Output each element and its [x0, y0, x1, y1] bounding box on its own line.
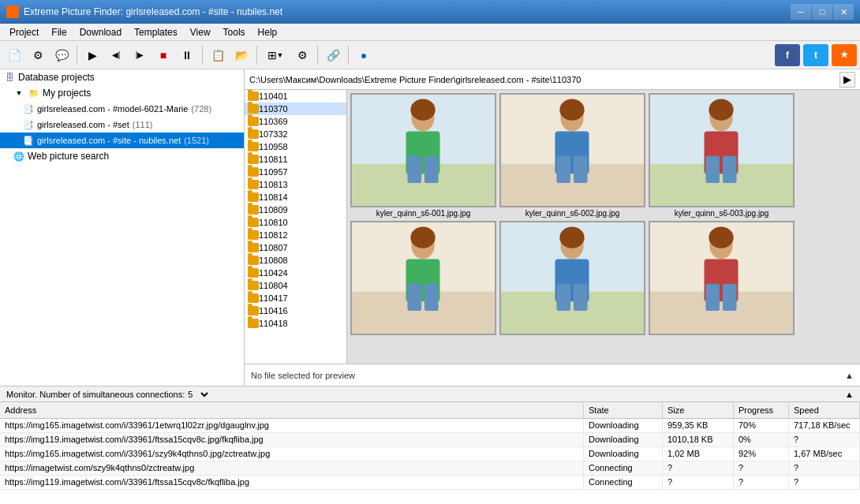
folder-row-110807[interactable]: 110807 — [245, 241, 346, 254]
table-row[interactable]: https://imagetwist.com/szy9k4qthns0/zctr… — [0, 461, 860, 475]
twitter-button[interactable]: t — [803, 44, 828, 66]
cell-progress: ? — [734, 475, 789, 489]
pause-button[interactable]: ⏸ — [176, 44, 198, 66]
table-row[interactable]: https://img119.imagetwist.com/i/33961/ft… — [0, 475, 860, 489]
new-button[interactable]: 📄 — [3, 44, 25, 66]
folder-icon-sm — [248, 192, 259, 202]
monitor-expand-icon[interactable]: ▲ — [845, 390, 854, 399]
thumbnail-item-004[interactable] — [350, 221, 496, 337]
table-row[interactable]: https://img119.imagetwist.com/i/33961/ft… — [0, 432, 860, 446]
folder-row-110812[interactable]: 110812 — [245, 229, 346, 241]
cell-state: Downloading — [584, 432, 663, 446]
menu-tools[interactable]: Tools — [217, 24, 252, 40]
menu-view[interactable]: View — [184, 24, 217, 40]
menu-templates[interactable]: Templates — [128, 24, 184, 40]
grid-view-button[interactable]: ⊞▼ — [261, 44, 290, 66]
tree-item-myprojects[interactable]: ▼ 📁 My projects — [0, 85, 244, 101]
websearch-label: Web picture search — [28, 151, 109, 162]
monitor-bar: Monitor. Number of simultaneous connecti… — [0, 386, 860, 401]
folder-row-110401[interactable]: 110401 — [245, 90, 346, 103]
folder-list[interactable]: 1104011103701103691073321109581108111109… — [245, 90, 347, 364]
settings-button[interactable]: ⚙ — [27, 44, 49, 66]
folder-row-110809[interactable]: 110809 — [245, 203, 346, 216]
app-icon — [6, 6, 19, 18]
folder-row-110416[interactable]: 110416 — [245, 304, 346, 317]
folder-row-110811[interactable]: 110811 — [245, 153, 346, 166]
window-title: Extreme Picture Finder: girlsreleased.co… — [24, 6, 791, 17]
thumbnail-item-003[interactable]: kyler_quinn_s6-003.jpg.jpg — [649, 93, 795, 218]
folder-icon-sm — [248, 142, 259, 151]
thumbnail-image-002[interactable] — [499, 93, 645, 207]
thumbnail-item-006[interactable] — [649, 221, 795, 337]
maximize-button[interactable]: □ — [812, 4, 832, 20]
table-header-row: Address State Size Progress Speed — [0, 402, 860, 418]
share-button[interactable]: ★ — [832, 44, 857, 66]
tree-item-database[interactable]: 🗄 Database projects — [0, 69, 244, 85]
close-button[interactable]: ✕ — [833, 4, 854, 20]
chat-button[interactable]: 💬 — [50, 44, 73, 66]
folder-row-110417[interactable]: 110417 — [245, 292, 346, 304]
thumbnail-image-003[interactable] — [649, 93, 795, 207]
tree-item-model[interactable]: 📑 girlsreleased.com - #model-6021-Marie … — [0, 101, 244, 117]
tree-item-site[interactable]: 📑 girlsreleased.com - #site - nubiles.ne… — [0, 133, 244, 148]
path-button[interactable]: ▶ — [839, 72, 855, 88]
thumbnail-item-001[interactable]: kyler_quinn_s6-001.jpg.jpg — [350, 93, 496, 218]
database-label: Database projects — [18, 72, 95, 83]
svg-point-15 — [559, 99, 584, 120]
play-button[interactable]: ▶ — [81, 44, 103, 66]
minimize-button[interactable]: ─ — [791, 4, 811, 20]
thumbnail-image-001[interactable] — [350, 93, 496, 207]
myprojects-label: My projects — [43, 88, 91, 99]
folder-row-110957[interactable]: 110957 — [245, 166, 346, 178]
clipboard-button[interactable]: 📋 — [207, 44, 229, 66]
cell-address: https://img165.imagetwist.com/i/33961/sz… — [0, 446, 584, 461]
svg-rect-14 — [574, 156, 588, 183]
downloads-table: Address State Size Progress Speed https:… — [0, 402, 860, 490]
folder-row-110804[interactable]: 110804 — [245, 279, 346, 292]
folder-row-110810[interactable]: 110810 — [245, 216, 346, 229]
forward-button[interactable]: |▶ — [129, 44, 151, 66]
folder-row-107332[interactable]: 107332 — [245, 128, 346, 140]
connections-select[interactable]: 5 3 10 — [185, 389, 211, 400]
table-row[interactable]: https://img165.imagetwist.com/i/33961/1e… — [0, 418, 860, 432]
toolbar-right: f t ★ — [775, 44, 857, 66]
thumbnail-image-004[interactable] — [350, 221, 496, 335]
folder-open-button[interactable]: 📂 — [230, 44, 252, 66]
folder-icon-sm — [248, 268, 259, 278]
back-button[interactable]: ◀| — [105, 44, 127, 66]
folder-icon-sm — [248, 180, 259, 189]
folder-row-110814[interactable]: 110814 — [245, 191, 346, 203]
menu-download[interactable]: Download — [73, 24, 128, 40]
preview-text: No file selected for preview — [251, 371, 355, 380]
link-button[interactable]: 🔗 — [322, 44, 344, 66]
folder-row-110418[interactable]: 110418 — [245, 317, 346, 330]
tree-item-websearch[interactable]: 🌐 Web picture search — [0, 148, 244, 164]
menu-file[interactable]: File — [45, 24, 73, 40]
folder-row-110813[interactable]: 110813 — [245, 178, 346, 191]
folder-row-110424[interactable]: 110424 — [245, 267, 346, 279]
facebook-button[interactable]: f — [775, 44, 800, 66]
folder-row-110369[interactable]: 110369 — [245, 115, 346, 128]
circle-button[interactable]: ● — [353, 44, 375, 66]
preview-expand-icon[interactable]: ▲ — [845, 371, 854, 380]
cell-speed: 1,67 MB/sec — [789, 446, 860, 461]
gear2-button[interactable]: ⚙ — [291, 44, 313, 66]
thumbnail-item-005[interactable] — [499, 221, 645, 337]
folder-icon-sm — [248, 218, 259, 227]
folder-row-110958[interactable]: 110958 — [245, 140, 346, 153]
col-speed: Speed — [789, 402, 860, 418]
folder-row-110808[interactable]: 110808 — [245, 254, 346, 267]
cell-state: Connecting — [584, 461, 663, 475]
table-row[interactable]: https://img165.imagetwist.com/i/33961/sz… — [0, 446, 860, 461]
svg-point-7 — [410, 99, 435, 120]
thumbnail-image-006[interactable] — [649, 221, 795, 335]
tree-item-set[interactable]: 📑 girlsreleased.com - #set (111) — [0, 117, 244, 133]
thumbnail-image-005[interactable] — [499, 221, 645, 335]
thumbnails-area[interactable]: kyler_quinn_s6-001.jpg.jpg kyler_quinn_s… — [347, 90, 860, 364]
stop-button[interactable]: ■ — [152, 44, 174, 66]
menu-help[interactable]: Help — [252, 24, 284, 40]
path-text: C:\Users\Максим\Downloads\Extreme Pictur… — [249, 75, 836, 84]
thumbnail-item-002[interactable]: kyler_quinn_s6-002.jpg.jpg — [499, 93, 645, 218]
folder-row-110370[interactable]: 110370 — [245, 103, 346, 115]
menu-project[interactable]: Project — [3, 24, 45, 40]
